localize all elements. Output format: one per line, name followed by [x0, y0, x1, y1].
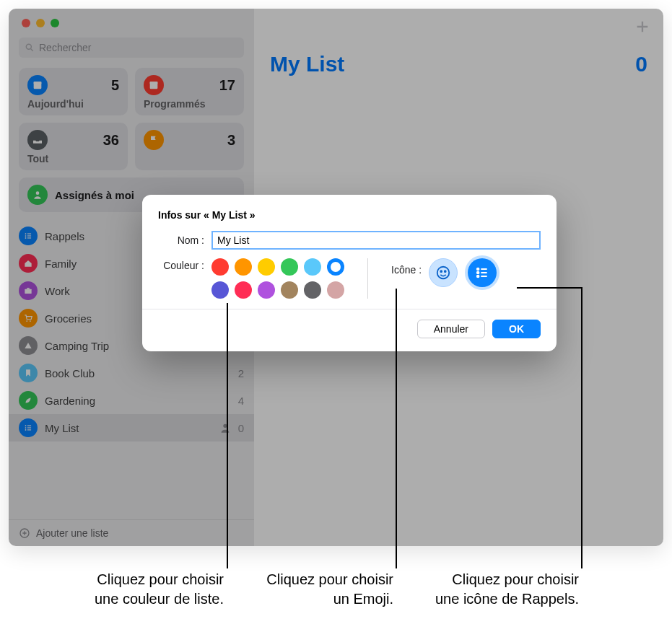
- color-swatch[interactable]: [281, 258, 298, 276]
- vertical-separator: [367, 258, 368, 299]
- color-swatch[interactable]: [281, 281, 298, 299]
- list-name-input[interactable]: [211, 231, 541, 250]
- color-swatch[interactable]: [327, 258, 344, 276]
- color-swatch[interactable]: [211, 281, 229, 299]
- color-icon-row: Couleur : Icône :: [158, 258, 541, 299]
- svg-point-33: [477, 272, 479, 274]
- ok-button[interactable]: OK: [492, 320, 541, 338]
- color-swatch[interactable]: [235, 281, 252, 299]
- reminders-window: Rechercher 5 Aujourd'hui 17 Programmés 3…: [9, 9, 663, 546]
- modal-separator: [142, 309, 557, 309]
- icon-label: Icône :: [391, 258, 422, 276]
- list-info-modal: Infos sur « My List » Nom : Couleur : Ic…: [142, 195, 557, 351]
- emoji-icon-choice[interactable]: [429, 258, 458, 287]
- callout-line-icon-h: [517, 287, 582, 289]
- color-swatch[interactable]: [235, 258, 252, 276]
- color-swatch[interactable]: [211, 258, 229, 276]
- svg-point-29: [437, 267, 450, 279]
- color-swatch[interactable]: [304, 258, 321, 276]
- modal-title: Infos sur « My List »: [158, 209, 541, 221]
- svg-point-34: [477, 276, 479, 278]
- color-swatch[interactable]: [327, 281, 344, 299]
- callout-emoji-text: Cliquez pour choisir un Emoji.: [260, 570, 393, 609]
- callout-line-emoji: [396, 289, 397, 568]
- cancel-button[interactable]: Annuler: [417, 320, 485, 338]
- callout-icon-text: Cliquez pour choisir une icône de Rappel…: [426, 570, 579, 609]
- name-label: Nom :: [158, 234, 204, 246]
- color-swatch[interactable]: [304, 281, 321, 299]
- callout-color-text: Cliquez pour choisir une couleur de list…: [79, 570, 224, 609]
- color-swatch[interactable]: [258, 258, 275, 276]
- list-icon-choice[interactable]: [468, 258, 497, 287]
- color-grid: [211, 258, 344, 299]
- name-row: Nom :: [158, 231, 541, 250]
- color-swatch[interactable]: [258, 281, 275, 299]
- callout-line-icon-v: [581, 287, 582, 568]
- list-bullet-icon: [475, 265, 489, 280]
- icon-choices: [429, 258, 497, 287]
- svg-point-32: [477, 268, 479, 271]
- modal-button-row: Annuler OK: [158, 320, 541, 338]
- callout-line-color: [227, 303, 228, 568]
- smiley-icon: [435, 265, 451, 281]
- svg-point-30: [440, 271, 442, 272]
- svg-point-31: [445, 271, 446, 272]
- color-label: Couleur :: [158, 258, 204, 299]
